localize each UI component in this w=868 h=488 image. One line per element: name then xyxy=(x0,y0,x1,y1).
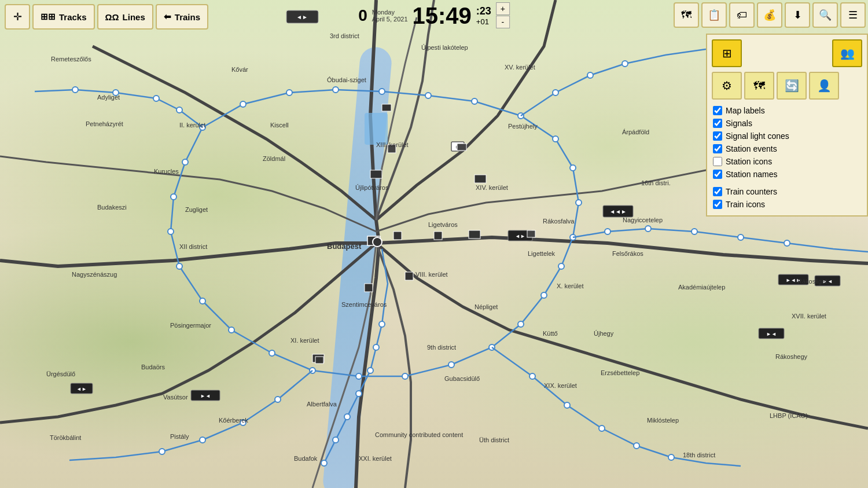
tracks-button[interactable]: ⊞⊞ Tracks xyxy=(32,4,95,30)
settings-icon-row-1: ⊞ 👥 xyxy=(712,39,862,67)
schedule-icon: 📋 xyxy=(708,9,720,21)
settings-icon-gear[interactable]: ⚙ xyxy=(712,72,742,100)
menu-icon: ☰ xyxy=(848,9,858,21)
labels-icon: 🏷 xyxy=(737,9,747,21)
settings-item-station-names: Station names xyxy=(712,168,862,181)
checkbox-label: Station events xyxy=(726,144,777,153)
checkbox-station-icons[interactable] xyxy=(713,157,722,166)
signal-icon: 🔄 xyxy=(785,79,799,93)
clock-controls: + - xyxy=(496,2,510,28)
settings-icon-map[interactable]: ⊞ xyxy=(712,39,742,67)
search-button[interactable]: 🔍 xyxy=(812,2,838,28)
checkbox-label: Station names xyxy=(726,170,778,179)
lines-icon: ΩΩ xyxy=(105,12,119,22)
settings-item-map-labels: Map labels xyxy=(712,104,862,117)
settings-item-station-events: Station events xyxy=(712,142,862,155)
map-view-icon: 🗺 xyxy=(681,9,692,21)
cursor-tool-button[interactable]: ✛ xyxy=(5,4,30,30)
settings-item-train-icons: Train icons xyxy=(712,198,862,211)
checkbox-label: Signals xyxy=(726,119,752,128)
download-button[interactable]: ⬇ xyxy=(785,2,810,28)
download-icon: ⬇ xyxy=(793,9,802,21)
clock-time: 15:49 xyxy=(413,4,472,27)
checkbox-signal-light-cones[interactable] xyxy=(713,131,722,141)
clock-plus-button[interactable]: + xyxy=(496,2,510,15)
settings-item-signal-light-cones: Signal light cones xyxy=(712,130,862,142)
tracks-label: Tracks xyxy=(59,12,87,22)
checkbox-train-counters[interactable] xyxy=(713,187,722,196)
tracks-icon: ⊞⊞ xyxy=(41,12,56,22)
lines-button[interactable]: ΩΩ Lines xyxy=(97,4,153,30)
clock-area: 0 Monday April 5, 2021 15:49 :23 +01 + - xyxy=(358,2,510,28)
checkbox-station-events[interactable] xyxy=(713,144,722,153)
track-icon: 🗺 xyxy=(753,79,765,93)
map-container: ◄► ⊛ ◄◄► ◄► ◄► ►◄ ►◄ ►◄► ►◄ xyxy=(0,0,868,488)
finance-button[interactable]: 💰 xyxy=(757,2,782,28)
settings-icon-refresh[interactable]: 🔄 xyxy=(777,72,807,100)
cursor-icon: ✛ xyxy=(13,10,22,23)
checkbox-label: Train icons xyxy=(726,200,765,209)
map-grid-icon: ⊞ xyxy=(722,46,732,60)
labels-button[interactable]: 🏷 xyxy=(729,2,755,28)
people-icon: 👥 xyxy=(840,46,855,60)
settings-panel: ⊞ 👥 ⚙ 🗺 🔄 👤 Map labelsSignalsSignal ligh… xyxy=(706,34,868,217)
settings-item-signals: Signals xyxy=(712,117,862,130)
checkbox-label: Signal light cones xyxy=(726,131,789,141)
checkbox-label: Train counters xyxy=(726,187,777,196)
clock-day: Monday xyxy=(372,9,395,16)
settings-icon-track[interactable]: 🗺 xyxy=(744,72,774,100)
trains-icon: ⬅ xyxy=(164,12,171,22)
checkbox-label: Station icons xyxy=(726,157,772,166)
checkbox-train-icons[interactable] xyxy=(713,200,722,209)
settings-icon-people[interactable]: 👥 xyxy=(832,39,862,67)
clock-date: Monday April 5, 2021 xyxy=(372,9,408,23)
search-icon: 🔍 xyxy=(819,9,832,21)
settings-item-station-icons: Station icons xyxy=(712,155,862,168)
trains-button[interactable]: ⬅ Trains xyxy=(156,4,208,30)
schedule-button[interactable]: 📋 xyxy=(701,2,727,28)
checkbox-map-labels[interactable] xyxy=(713,106,722,115)
checkbox-station-names[interactable] xyxy=(713,170,722,179)
settings-icon-row-2: ⚙ 🗺 🔄 👤 xyxy=(712,72,862,100)
checkbox-signals[interactable] xyxy=(713,119,722,128)
settings-item-train-counters: Train counters xyxy=(712,185,862,198)
person-icon: 👤 xyxy=(817,79,832,93)
map-view-button[interactable]: 🗺 xyxy=(674,2,699,28)
clock-offset: +01 xyxy=(476,17,491,26)
gear-icon: ⚙ xyxy=(722,79,732,93)
clock-seconds: :23 xyxy=(476,5,491,17)
lines-label: Lines xyxy=(123,12,145,22)
clock-minus-button[interactable]: - xyxy=(496,16,510,28)
clock-speed: 0 xyxy=(358,6,367,25)
settings-icon-person[interactable]: 👤 xyxy=(809,72,839,100)
trains-label: Trains xyxy=(175,12,200,22)
settings-checkboxes: Map labelsSignalsSignal light conesStati… xyxy=(712,104,862,211)
clock-date-text: April 5, 2021 xyxy=(372,16,408,23)
right-toolbar: 🗺 📋 🏷 💰 ⬇ 🔍 ☰ xyxy=(674,2,866,28)
menu-button[interactable]: ☰ xyxy=(840,2,866,28)
checkbox-label: Map labels xyxy=(726,106,765,115)
finance-icon: 💰 xyxy=(763,9,776,21)
